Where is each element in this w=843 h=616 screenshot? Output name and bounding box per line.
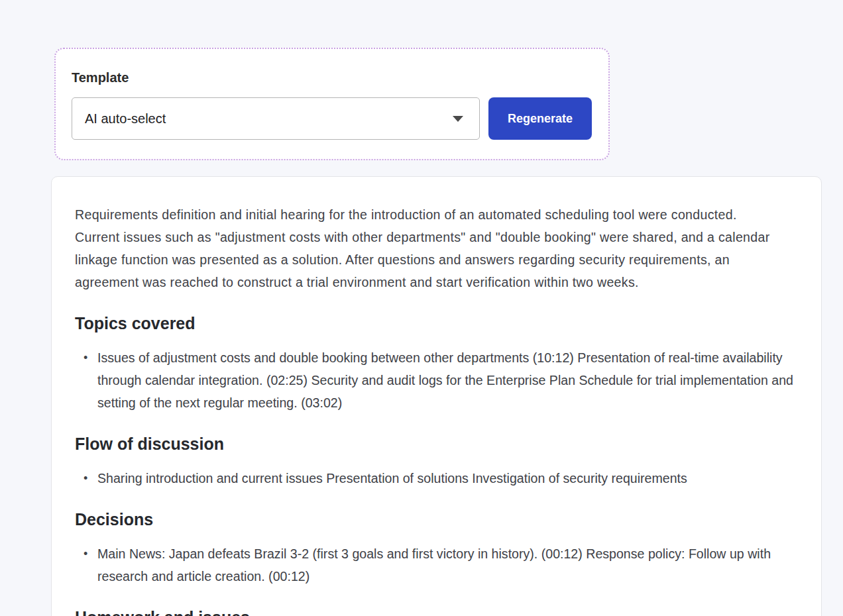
template-select-value: AI auto-select xyxy=(85,111,166,127)
regenerate-button[interactable]: Regenerate xyxy=(488,97,592,140)
bullet-item: Main News: Japan defeats Brazil 3-2 (fir… xyxy=(75,542,821,588)
section-heading-flow-of-discussion: Flow of discussion xyxy=(75,434,821,454)
template-panel: Template AI auto-select Regenerate xyxy=(54,48,610,160)
bullet-item: Issues of adjustment costs and double bo… xyxy=(75,346,821,414)
template-select[interactable]: AI auto-select xyxy=(72,97,480,140)
section-heading-decisions: Decisions xyxy=(75,509,821,529)
summary-line: Requirements definition and initial hear… xyxy=(75,203,821,226)
template-label: Template xyxy=(72,70,592,85)
template-row: AI auto-select Regenerate xyxy=(72,97,592,140)
section-heading-homework: Homework and issues xyxy=(75,607,821,616)
caret-down-icon xyxy=(453,116,463,122)
bullet-item: Sharing introduction and current issues … xyxy=(75,467,821,489)
summary-line: Current issues such as "adjustment costs… xyxy=(75,226,821,248)
summary-line: agreement was reached to construct a tri… xyxy=(75,271,821,293)
section-heading-topics-covered: Topics covered xyxy=(75,313,821,333)
flow-of-discussion-list: Sharing introduction and current issues … xyxy=(75,467,821,489)
summary-line: linkage function was presented as a solu… xyxy=(75,248,821,271)
topics-covered-list: Issues of adjustment costs and double bo… xyxy=(75,346,821,414)
meeting-notes-card: Requirements definition and initial hear… xyxy=(51,176,822,616)
decisions-list: Main News: Japan defeats Brazil 3-2 (fir… xyxy=(75,542,821,588)
